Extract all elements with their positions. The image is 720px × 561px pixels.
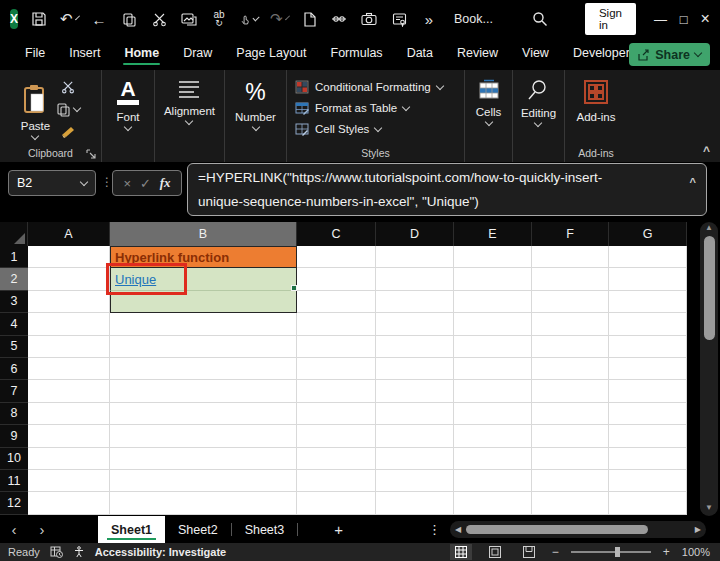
minimize-button[interactable]: —	[654, 12, 667, 27]
cell-E6[interactable]	[454, 358, 532, 380]
cell-E9[interactable]	[454, 425, 532, 447]
menu-tab-home[interactable]: Home	[113, 40, 170, 68]
copy-button[interactable]	[56, 102, 80, 117]
cell-A6[interactable]	[28, 358, 110, 380]
cell-A9[interactable]	[28, 425, 110, 447]
cell-D7[interactable]	[376, 380, 454, 402]
row-header-9[interactable]: 9	[0, 425, 28, 447]
vertical-scrollbar[interactable]: ▲ ▼	[700, 222, 718, 516]
cell-C9[interactable]	[297, 425, 376, 447]
cell-B12[interactable]	[110, 492, 297, 514]
conditional-formatting-button[interactable]: Conditional Formatting	[295, 80, 464, 94]
row-header-8[interactable]: 8	[0, 403, 28, 425]
cell-D12[interactable]	[376, 492, 454, 514]
cell-F8[interactable]	[532, 403, 609, 425]
autocorrect-icon[interactable]: ab↻	[210, 10, 228, 28]
cell-C5[interactable]	[297, 336, 376, 358]
search-icon[interactable]	[531, 10, 549, 28]
close-button[interactable]: ×	[700, 10, 710, 28]
cell-G4[interactable]	[609, 313, 687, 335]
row-header-5[interactable]: 5	[0, 336, 28, 358]
scroll-up-icon[interactable]: ▲	[705, 222, 713, 234]
cell-G7[interactable]	[609, 380, 687, 402]
row-header-10[interactable]: 10	[0, 448, 28, 470]
cell-B8[interactable]	[110, 403, 297, 425]
cell-B10[interactable]	[110, 448, 297, 470]
scroll-right-icon[interactable]: ▶	[695, 525, 701, 534]
cell-G12[interactable]	[609, 492, 687, 514]
next-sheet-icon[interactable]: ›	[28, 521, 56, 538]
maximize-button[interactable]: □	[679, 12, 689, 27]
cut-button[interactable]	[61, 80, 75, 94]
cell-D8[interactable]	[376, 403, 454, 425]
add-sheet-button[interactable]: +	[334, 521, 343, 538]
cell-A11[interactable]	[28, 470, 110, 492]
confirm-entry-icon[interactable]: ✓	[140, 176, 151, 191]
menu-tab-page-layout[interactable]: Page Layout	[225, 40, 317, 68]
cell-C11[interactable]	[297, 470, 376, 492]
zoom-in-icon[interactable]: +	[663, 545, 670, 559]
cell-G9[interactable]	[609, 425, 687, 447]
cell-D6[interactable]	[376, 358, 454, 380]
cells-button[interactable]: Cells	[476, 70, 502, 162]
collapse-formula-bar-icon[interactable]: ^	[690, 170, 696, 194]
accessibility-icon[interactable]	[73, 546, 85, 558]
collapse-ribbon-icon[interactable]: ^	[703, 144, 710, 158]
normal-view-button[interactable]	[450, 544, 472, 560]
column-header-B[interactable]: B	[110, 222, 297, 246]
format-as-table-button[interactable]: Format as Table	[295, 101, 464, 115]
formula-bar-input[interactable]: =HYPERLINK("https://www.tutorialspoint.c…	[187, 163, 707, 216]
column-header-F[interactable]: F	[532, 222, 609, 246]
cell-E11[interactable]	[454, 470, 532, 492]
cell-E3[interactable]	[454, 291, 532, 313]
cell-G2[interactable]	[609, 268, 687, 290]
column-header-G[interactable]: G	[609, 222, 687, 246]
cell-B5[interactable]	[110, 336, 297, 358]
row-header-2[interactable]: 2	[0, 268, 28, 290]
cell-A12[interactable]	[28, 492, 110, 514]
cell-B9[interactable]	[110, 425, 297, 447]
cell-C3[interactable]	[297, 291, 376, 313]
qat-overflow-icon[interactable]: »	[420, 10, 438, 28]
row-header-12[interactable]: 12	[0, 492, 28, 514]
back-arrow-icon[interactable]: ←	[90, 10, 108, 28]
cell-E8[interactable]	[454, 403, 532, 425]
cell-C7[interactable]	[297, 380, 376, 402]
cell-D10[interactable]	[376, 448, 454, 470]
cell-E1[interactable]	[454, 246, 532, 268]
sheet-tab-sheet1[interactable]: Sheet1	[98, 516, 165, 543]
cell-F3[interactable]	[532, 291, 609, 313]
cell-D4[interactable]	[376, 313, 454, 335]
name-box[interactable]: B2	[8, 170, 96, 196]
scroll-left-icon[interactable]: ◀	[455, 525, 461, 534]
row-header-1[interactable]: 1	[0, 246, 28, 268]
cell-C6[interactable]	[297, 358, 376, 380]
cell-A5[interactable]	[28, 336, 110, 358]
cell-E5[interactable]	[454, 336, 532, 358]
accessibility-status[interactable]: Accessibility: Investigate	[95, 546, 226, 558]
cell-F9[interactable]	[532, 425, 609, 447]
zoom-level[interactable]: 100%	[682, 546, 710, 558]
cell-E12[interactable]	[454, 492, 532, 514]
cell-D2[interactable]	[376, 268, 454, 290]
cell-A7[interactable]	[28, 380, 110, 402]
cell-G10[interactable]	[609, 448, 687, 470]
row-header-4[interactable]: 4	[0, 313, 28, 335]
cell-G8[interactable]	[609, 403, 687, 425]
cancel-entry-icon[interactable]: ×	[123, 176, 131, 191]
cell-F10[interactable]	[532, 448, 609, 470]
cell-D9[interactable]	[376, 425, 454, 447]
horizontal-scrollbar[interactable]: ◀ ▶	[450, 521, 706, 538]
cell-E10[interactable]	[454, 448, 532, 470]
page-break-view-button[interactable]	[518, 544, 540, 560]
ink-icon[interactable]	[330, 10, 348, 28]
insert-function-icon[interactable]: fx	[160, 175, 171, 191]
zoom-slider-thumb[interactable]	[615, 547, 620, 557]
row-header-3[interactable]: 3	[0, 291, 28, 313]
column-header-D[interactable]: D	[376, 222, 454, 246]
cell-G6[interactable]	[609, 358, 687, 380]
cell-C1[interactable]	[297, 246, 376, 268]
cell-A2[interactable]	[28, 268, 110, 290]
cell-B6[interactable]	[110, 358, 297, 380]
menu-tab-review[interactable]: Review	[446, 40, 509, 68]
